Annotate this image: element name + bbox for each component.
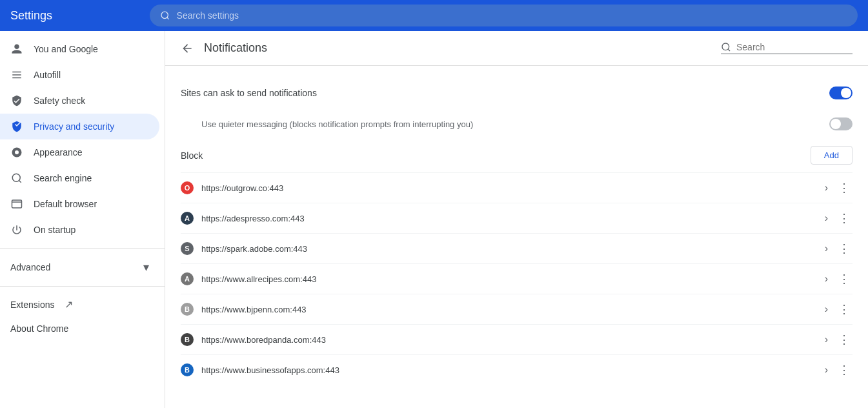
list-item: Bhttps://www.businessofapps.com:443›⋮ [181, 354, 853, 385]
block-header: Block Add [181, 138, 853, 172]
site-favicon: A [181, 272, 194, 285]
sidebar-item-about-chrome[interactable]: About Chrome [0, 317, 159, 340]
search-engine-icon [10, 172, 23, 185]
privacy-icon [10, 120, 23, 133]
sidebar-item-extensions[interactable]: Extensions ↗ [0, 292, 159, 317]
quieter-messaging-label: Use quieter messaging (blocks notificati… [201, 119, 473, 129]
sidebar-divider-2 [0, 286, 165, 287]
chevron-down-icon: ▾ [143, 260, 149, 274]
block-label: Block [181, 150, 203, 161]
sidebar-label-privacy: Privacy and security [34, 121, 114, 132]
external-link-icon: ↗ [65, 298, 73, 311]
site-url: https://www.allrecipes.com:443 [201, 274, 817, 284]
chevron-right-icon[interactable]: › [825, 243, 828, 254]
sidebar: You and Google Autofill Safety check Pri… [0, 31, 165, 408]
sites-can-ask-label: Sites can ask to send notifications [181, 88, 317, 98]
more-options-icon[interactable]: ⋮ [836, 363, 853, 377]
add-button[interactable]: Add [811, 146, 853, 165]
chevron-right-icon[interactable]: › [825, 182, 828, 194]
content-panel: Notifications Sites can ask to send noti… [165, 31, 868, 408]
sidebar-label-appearance: Appearance [34, 147, 83, 158]
content-header: Notifications [165, 31, 868, 66]
topbar: Settings [0, 0, 868, 31]
more-options-icon[interactable]: ⋮ [836, 332, 853, 347]
quieter-messaging-toggle[interactable] [829, 117, 853, 130]
sidebar-item-privacy-and-security[interactable]: Privacy and security [0, 114, 159, 139]
list-item: Bhttps://www.bjpenn.com:443›⋮ [181, 294, 853, 324]
svg-line-1 [167, 17, 169, 19]
settings-body: Sites can ask to send notifications Use … [165, 66, 868, 395]
sidebar-label-search-engine: Search engine [34, 173, 92, 183]
site-favicon: B [181, 303, 194, 316]
site-url: https://adespresso.com:443 [201, 214, 817, 223]
more-options-icon[interactable]: ⋮ [836, 302, 853, 316]
content-search-bar[interactable] [721, 42, 853, 54]
autofill-icon [10, 68, 23, 81]
chevron-right-icon[interactable]: › [825, 334, 828, 345]
site-favicon: B [181, 363, 194, 376]
svg-point-3 [15, 150, 19, 154]
back-button[interactable] [181, 42, 194, 55]
more-options-icon[interactable]: ⋮ [836, 181, 853, 195]
sidebar-item-autofill[interactable]: Autofill [0, 62, 159, 88]
sidebar-item-on-startup[interactable]: On startup [0, 217, 159, 243]
on-startup-icon [10, 223, 23, 236]
more-options-icon[interactable]: ⋮ [836, 272, 853, 286]
list-item: Bhttps://www.boredpanda.com:443›⋮ [181, 324, 853, 354]
site-url: https://www.businessofapps.com:443 [201, 365, 817, 375]
sidebar-item-default-browser[interactable]: Default browser [0, 191, 159, 217]
advanced-label: Advanced [10, 262, 50, 272]
list-item: Shttps://spark.adobe.com:443›⋮ [181, 233, 853, 263]
sidebar-item-safety-check[interactable]: Safety check [0, 88, 159, 114]
sidebar-item-appearance[interactable]: Appearance [0, 139, 159, 165]
site-favicon: O [181, 181, 194, 194]
sidebar-label-default-browser: Default browser [34, 199, 97, 209]
svg-rect-6 [12, 200, 22, 208]
sidebar-label-on-startup: On startup [34, 225, 76, 235]
site-favicon: A [181, 212, 194, 225]
about-chrome-label: About Chrome [10, 323, 68, 334]
sidebar-label-safety-check: Safety check [34, 96, 85, 106]
extensions-label: Extensions [10, 300, 54, 310]
more-options-icon[interactable]: ⋮ [836, 241, 853, 256]
list-item: Ahttps://adespresso.com:443›⋮ [181, 203, 853, 233]
sidebar-item-you-and-google[interactable]: You and Google [0, 36, 159, 62]
sidebar-divider [0, 248, 165, 249]
svg-line-9 [728, 49, 730, 51]
sidebar-advanced-section[interactable]: Advanced ▾ [0, 254, 159, 281]
more-options-icon[interactable]: ⋮ [836, 211, 853, 225]
sites-can-ask-row: Sites can ask to send notifications [181, 76, 853, 110]
content-search-input[interactable] [736, 42, 853, 52]
chevron-right-icon[interactable]: › [825, 364, 828, 376]
chevron-right-icon[interactable]: › [825, 212, 828, 224]
list-item: Ohttps://outgrow.co:443›⋮ [181, 172, 853, 203]
person-icon [10, 43, 23, 56]
main-layout: You and Google Autofill Safety check Pri… [0, 31, 868, 408]
search-icon [160, 10, 170, 21]
chevron-right-icon[interactable]: › [825, 273, 828, 285]
quieter-messaging-row: Use quieter messaging (blocks notificati… [181, 110, 853, 138]
svg-point-0 [161, 12, 168, 18]
search-content-icon [721, 42, 731, 52]
site-url: https://www.bjpenn.com:443 [201, 305, 817, 314]
app-title: Settings [10, 9, 139, 23]
site-favicon: B [181, 333, 194, 346]
content-title: Notifications [204, 41, 711, 55]
svg-line-5 [19, 180, 21, 182]
appearance-icon [10, 146, 23, 159]
sidebar-label-autofill: Autofill [34, 70, 61, 80]
site-url: https://outgrow.co:443 [201, 183, 817, 193]
site-url: https://spark.adobe.com:443 [201, 244, 817, 254]
sidebar-item-search-engine[interactable]: Search engine [0, 165, 159, 191]
shield-icon [10, 94, 23, 107]
global-search-input[interactable] [177, 10, 847, 21]
global-search-bar[interactable] [150, 5, 858, 26]
svg-point-4 [12, 174, 20, 181]
sites-can-ask-toggle[interactable] [829, 87, 853, 99]
list-item: Ahttps://www.allrecipes.com:443›⋮ [181, 263, 853, 294]
site-favicon: S [181, 242, 194, 255]
chevron-right-icon[interactable]: › [825, 303, 828, 315]
default-browser-icon [10, 198, 23, 210]
site-url: https://www.boredpanda.com:443 [201, 335, 817, 345]
sidebar-label-you-and-google: You and Google [34, 44, 98, 54]
